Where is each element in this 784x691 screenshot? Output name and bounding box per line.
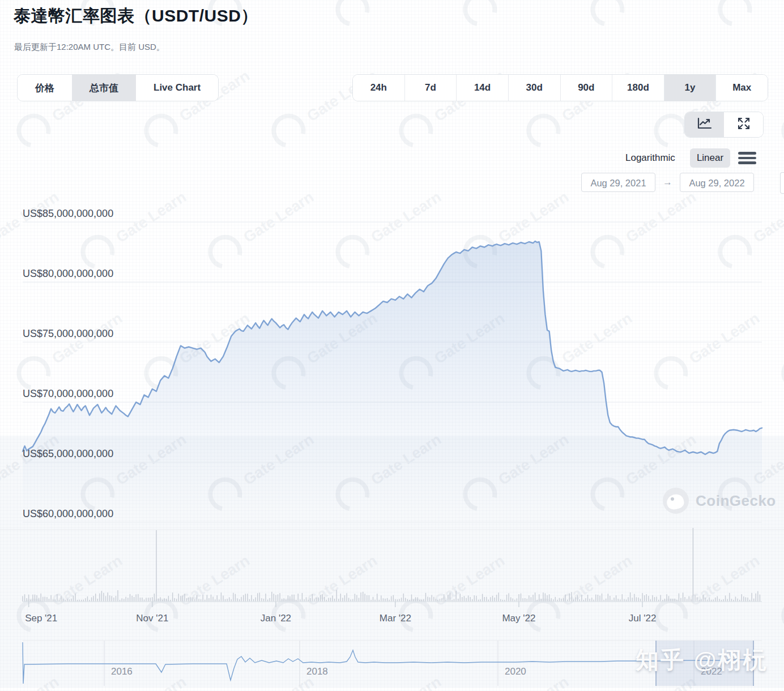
gate-learn-watermark: Gate Learn <box>329 0 449 33</box>
y-axis-label: US$70,000,000,000 <box>23 388 113 399</box>
range-max[interactable]: Max <box>715 75 768 101</box>
gate-learn-watermark: Gate Learn <box>775 302 784 396</box>
gate-learn-watermark: Gate Learn <box>138 302 257 396</box>
last-updated-text: 最后更新于12:20AM UTC。目前 USD。 <box>14 42 165 53</box>
gate-learn-watermark: Gate Learn <box>457 0 576 33</box>
y-axis-label: US$85,000,000,000 <box>23 208 113 219</box>
gate-learn-watermark: Gate Learn <box>265 302 385 396</box>
expand-icon <box>737 117 751 133</box>
tab-live-chart[interactable]: Live Chart <box>136 75 218 101</box>
gate-learn-watermark: Gate Learn <box>584 181 704 275</box>
gate-learn-watermark: Gate Learn <box>711 181 784 275</box>
gate-learn-watermark: Gate Learn <box>647 302 767 396</box>
date-from-input[interactable]: Aug 29, 2021 <box>581 173 655 192</box>
view-tab-group: 价格 总市值 Live Chart <box>17 74 219 101</box>
gate-learn-watermark: Gate Learn <box>0 181 66 275</box>
range-14d[interactable]: 14d <box>456 75 508 101</box>
range-90d[interactable]: 90d <box>560 75 612 101</box>
gate-learn-watermark: Gate Learn <box>520 302 640 396</box>
gate-learn-watermark: Gate Learn <box>775 60 784 154</box>
gate-learn-watermark: Gate Learn <box>393 302 512 396</box>
coingecko-watermark-text: CoinGecko <box>696 492 776 510</box>
gate-learn-watermark: Gate Learn <box>457 181 576 275</box>
market-cap-line <box>23 241 762 454</box>
clipped-edge-element <box>780 172 784 194</box>
gate-learn-watermark: Gate Learn <box>584 0 704 33</box>
gate-learn-watermark: Gate Learn <box>202 181 321 275</box>
time-range-group: 24h 7d 14d 30d 90d 180d 1y Max <box>352 74 768 101</box>
chart-style-group <box>684 112 764 138</box>
coingecko-logo-icon <box>663 488 689 514</box>
gate-learn-watermark: Gate Learn <box>711 0 784 33</box>
scale-linear[interactable]: Linear <box>690 148 730 168</box>
line-chart-button[interactable] <box>685 112 724 137</box>
hamburger-menu-icon[interactable] <box>738 152 756 164</box>
page: Gate LearnGate LearnGate LearnGate Learn… <box>0 0 784 691</box>
gate-learn-watermark: Gate Learn <box>10 302 130 396</box>
gate-learn-watermark: Gate Learn <box>74 181 194 275</box>
gate-learn-watermark: Gate Learn <box>329 181 449 275</box>
zhihu-author-watermark: 知乎 @栩杬 <box>636 645 768 676</box>
y-axis-label: US$80,000,000,000 <box>23 268 113 279</box>
line-chart-icon <box>697 117 712 133</box>
scale-toggle-row: Logarithmic Linear <box>619 147 756 169</box>
tab-price[interactable]: 价格 <box>18 75 72 101</box>
range-24h[interactable]: 24h <box>353 75 404 101</box>
fullscreen-button[interactable] <box>724 112 763 137</box>
coingecko-watermark: CoinGecko <box>663 488 776 514</box>
range-30d[interactable]: 30d <box>508 75 560 101</box>
range-180d[interactable]: 180d <box>612 75 664 101</box>
date-to-input[interactable]: Aug 29, 2022 <box>680 173 754 192</box>
range-7d[interactable]: 7d <box>404 75 457 101</box>
range-1y[interactable]: 1y <box>664 75 716 101</box>
date-range-row: Aug 29, 2021 → Aug 29, 2022 <box>581 173 754 192</box>
y-axis-label: US$75,000,000,000 <box>23 328 113 339</box>
scale-logarithmic[interactable]: Logarithmic <box>619 148 682 168</box>
tab-market-cap[interactable]: 总市值 <box>72 75 136 101</box>
page-title: 泰達幣汇率图表（USDT/USD） <box>14 5 258 28</box>
date-arrow-icon: → <box>663 177 672 188</box>
